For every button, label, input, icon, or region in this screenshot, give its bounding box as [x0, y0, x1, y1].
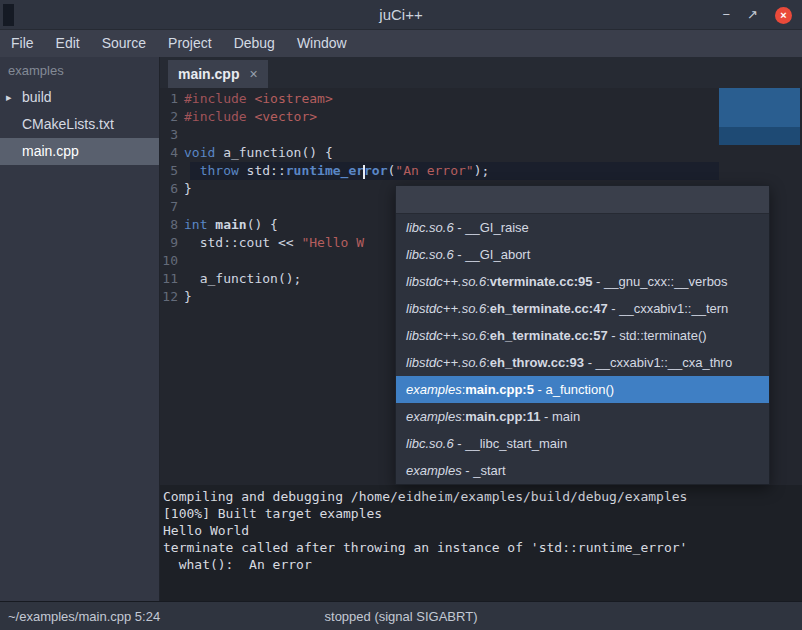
code-line: 3	[160, 126, 802, 144]
menu-item-file[interactable]: File	[0, 30, 45, 57]
menu-item-edit[interactable]: Edit	[45, 30, 91, 57]
stack-frame-item[interactable]: libstdc++.so.6:vterminate.cc:95 - __gnu_…	[396, 268, 769, 295]
code-text: a_function();	[184, 271, 301, 286]
line-number: 11	[160, 270, 184, 288]
terminal-line: what(): An error	[163, 556, 802, 573]
code-text: #include <vector>	[184, 109, 317, 124]
file-label: CMakeLists.txt	[22, 116, 114, 132]
file-explorer: examples ▸buildCMakeLists.txtmain.cpp	[0, 57, 160, 601]
stack-frame-item[interactable]: libstdc++.so.6:eh_terminate.cc:57 - std:…	[396, 322, 769, 349]
line-number: 6	[160, 180, 184, 198]
line-number: 3	[160, 126, 184, 144]
line-number: 9	[160, 234, 184, 252]
stack-frame-item[interactable]: examples - _start	[396, 457, 769, 484]
restore-icon[interactable]: ↗	[747, 7, 758, 23]
stack-frame-item[interactable]: libstdc++.so.6:eh_throw.cc:93 - __cxxabi…	[396, 349, 769, 376]
stack-frame-item[interactable]: libc.so.6 - __GI_abort	[396, 241, 769, 268]
stack-trace-popup: libc.so.6 - __GI_raiselibc.so.6 - __GI_a…	[395, 185, 770, 485]
sidebar-item-cmakelists-txt[interactable]: CMakeLists.txt	[0, 111, 159, 138]
minimize-icon[interactable]: −	[723, 7, 731, 23]
line-number: 8	[160, 216, 184, 234]
menu-item-project[interactable]: Project	[157, 30, 223, 57]
code-text: }	[184, 289, 192, 304]
title-bar[interactable]: juCi++ − ↗ ×	[0, 0, 802, 30]
code-line: 4void a_function() {	[160, 144, 802, 162]
editor-tooltip-box	[719, 88, 800, 145]
stack-frame-item[interactable]: examples:main.cpp:5 - a_function()	[396, 376, 769, 403]
code-text: std::cout << "Hello W	[184, 235, 364, 250]
application-window: juCi++ − ↗ × FileEditSourceProjectDebugW…	[0, 0, 802, 630]
line-number: 7	[160, 198, 184, 216]
stack-search-box[interactable]	[396, 186, 769, 214]
terminal-line: Hello World	[163, 522, 802, 539]
code-text: throw std::runtime_error("An error");	[184, 163, 489, 178]
code-text: #include <iostream>	[184, 91, 333, 106]
file-label: build	[22, 89, 52, 105]
project-name: examples	[0, 57, 159, 84]
line-number: 10	[160, 252, 184, 270]
chevron-right-icon[interactable]: ▸	[6, 84, 12, 111]
status-bar: stopped (signal SIGABRT) ~/examples/main…	[0, 601, 802, 630]
terminal-line: Compiling and debugging /home/eidheim/ex…	[163, 488, 802, 505]
tab-main-cpp[interactable]: main.cpp ×	[168, 60, 268, 88]
terminal-line: [100%] Built target examples	[163, 505, 802, 522]
close-icon[interactable]: ×	[775, 7, 792, 24]
window-icon	[3, 4, 14, 26]
file-label: main.cpp	[22, 143, 79, 159]
terminal-output[interactable]: Compiling and debugging /home/eidheim/ex…	[160, 485, 802, 601]
menu-item-source[interactable]: Source	[91, 30, 157, 57]
status-debug-state: stopped (signal SIGABRT)	[0, 609, 802, 624]
tab-bar: main.cpp ×	[160, 57, 802, 88]
stack-frame-item[interactable]: libstdc++.so.6:eh_terminate.cc:47 - __cx…	[396, 295, 769, 322]
line-number: 12	[160, 288, 184, 306]
menu-bar: FileEditSourceProjectDebugWindow	[0, 30, 802, 57]
stack-frame-item[interactable]: libc.so.6 - __GI_raise	[396, 214, 769, 241]
code-line: 1#include <iostream>	[160, 90, 802, 108]
sidebar-item-build[interactable]: ▸build	[0, 84, 159, 111]
code-text: int main() {	[184, 217, 278, 232]
window-title: juCi++	[0, 6, 802, 23]
menu-item-window[interactable]: Window	[286, 30, 358, 57]
code-text: }	[184, 181, 192, 196]
tab-close-icon[interactable]: ×	[249, 66, 257, 82]
code-line: 5 throw std::runtime_error("An error");	[160, 162, 802, 180]
line-number: 5	[160, 162, 184, 180]
sidebar-item-main-cpp[interactable]: main.cpp	[0, 138, 159, 165]
stack-frame-item[interactable]: libc.so.6 - __libc_start_main	[396, 430, 769, 457]
terminal-line: terminate called after throwing an insta…	[163, 539, 802, 556]
menu-item-debug[interactable]: Debug	[223, 30, 286, 57]
line-number: 2	[160, 108, 184, 126]
code-text: void a_function() {	[184, 145, 333, 160]
stack-list: libc.so.6 - __GI_raiselibc.so.6 - __GI_a…	[396, 214, 769, 484]
window-controls: − ↗ ×	[723, 0, 793, 30]
tab-label: main.cpp	[178, 66, 239, 82]
code-line: 2#include <vector>	[160, 108, 802, 126]
line-number: 1	[160, 90, 184, 108]
file-tree: ▸buildCMakeLists.txtmain.cpp	[0, 84, 159, 165]
line-number: 4	[160, 144, 184, 162]
stack-frame-item[interactable]: examples:main.cpp:11 - main	[396, 403, 769, 430]
